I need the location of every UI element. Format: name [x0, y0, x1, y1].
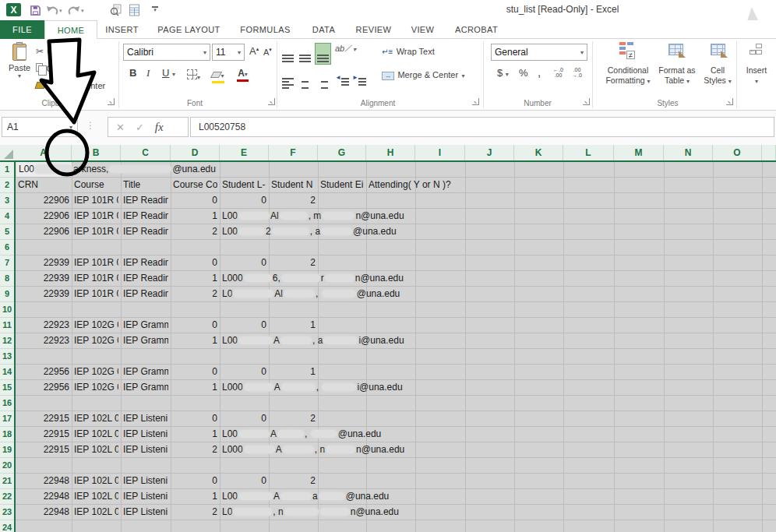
cell[interactable]: 22948: [18, 489, 69, 505]
tab-page-layout[interactable]: PAGE LAYOUT: [146, 20, 231, 39]
merge-center-button[interactable]: ↔ Merge & Center ▾: [382, 67, 465, 81]
column-header-N[interactable]: N: [664, 145, 713, 160]
row-header-8[interactable]: 8: [0, 271, 14, 287]
undo-dropdown[interactable]: ▾: [59, 8, 62, 14]
insert-function-icon[interactable]: fx: [155, 121, 164, 134]
cell[interactable]: IEP Listeni: [123, 411, 168, 427]
redo-dropdown[interactable]: ▾: [81, 8, 84, 14]
row-header-20[interactable]: 20: [0, 458, 14, 474]
cell[interactable]: 0: [173, 255, 217, 271]
align-middle-button[interactable]: [299, 45, 311, 62]
cell[interactable]: 22948: [18, 474, 69, 489]
row-header-15[interactable]: 15: [0, 380, 14, 396]
row-header-2[interactable]: 2: [0, 178, 14, 193]
cell[interactable]: IEP Listeni: [123, 474, 168, 489]
customize-qat-icon[interactable]: ▾: [150, 6, 160, 12]
cell[interactable]: IEP Readin: [123, 271, 168, 287]
row-header-3[interactable]: 3: [0, 193, 14, 209]
cell[interactable]: IEP 102L 0:: [74, 411, 118, 427]
underline-button[interactable]: U: [162, 67, 169, 79]
cell[interactable]: 1: [271, 365, 316, 380]
cancel-icon[interactable]: ✕: [116, 122, 125, 133]
increase-decimal-button[interactable]: ←.0 .00: [553, 67, 563, 78]
cell[interactable]: IEP Readin: [123, 255, 168, 271]
cell[interactable]: 2: [271, 474, 316, 489]
cell-styles-label[interactable]: CellStyles ▾: [700, 65, 735, 86]
column-header-H[interactable]: H: [366, 145, 415, 160]
cell[interactable]: CRN: [18, 178, 69, 193]
save-icon[interactable]: [28, 3, 42, 17]
number-dialog-launcher[interactable]: [583, 98, 590, 105]
format-as-table-button[interactable]: [668, 44, 683, 58]
cell[interactable]: Student N: [271, 178, 316, 193]
cell[interactable]: IEP 102L 0:: [74, 427, 118, 442]
cell[interactable]: IEP Listeni: [123, 505, 168, 520]
cell[interactable]: IEP Gramm: [123, 333, 168, 349]
row-header-24[interactable]: 24: [0, 520, 14, 532]
align-center-button[interactable]: [299, 69, 311, 89]
cell[interactable]: 0: [173, 318, 217, 333]
italic-button[interactable]: I: [146, 67, 150, 79]
column-header-E[interactable]: E: [220, 145, 269, 160]
column-header-F[interactable]: F: [269, 145, 318, 160]
cell[interactable]: 0: [173, 411, 217, 427]
cell[interactable]: 1: [173, 209, 217, 224]
align-left-button[interactable]: [282, 69, 294, 89]
tab-formulas[interactable]: FORMULAS: [231, 20, 299, 39]
tab-acrobat[interactable]: ACROBAT: [446, 20, 506, 39]
cell[interactable]: 22939: [18, 271, 69, 287]
column-header-J[interactable]: J: [465, 145, 514, 160]
decrease-indent-button[interactable]: ◄: [335, 69, 349, 86]
name-box-dropdown-icon[interactable]: ▾: [69, 124, 72, 131]
cell[interactable]: IEP Readin: [123, 209, 168, 224]
column-header-C[interactable]: C: [121, 145, 171, 160]
undo-icon[interactable]: [44, 3, 58, 17]
cell[interactable]: 2: [271, 411, 316, 427]
cell[interactable]: 0: [173, 193, 217, 209]
redo-icon[interactable]: [67, 3, 81, 17]
tab-insert[interactable]: INSERT: [97, 20, 146, 39]
column-header-partial[interactable]: [762, 145, 776, 160]
cell[interactable]: 22939: [18, 287, 69, 302]
currency-button[interactable]: $ ▾: [497, 67, 509, 79]
decrease-decimal-button[interactable]: .00 →.0: [572, 67, 582, 78]
cell[interactable]: 22915: [18, 427, 69, 442]
column-header-G[interactable]: G: [318, 145, 366, 160]
cell[interactable]: IEP 101R 0: [74, 255, 118, 271]
font-dialog-launcher[interactable]: [268, 98, 275, 105]
grow-font-button[interactable]: A▴: [249, 45, 259, 57]
cell[interactable]: 22948: [18, 505, 69, 520]
enter-icon[interactable]: ✓: [136, 122, 144, 133]
row-header-23[interactable]: 23: [0, 505, 14, 520]
table-doc-icon[interactable]: [127, 3, 141, 17]
row-header-7[interactable]: 7: [0, 255, 14, 271]
column-header-M[interactable]: M: [614, 145, 664, 160]
cell[interactable]: 22906: [18, 209, 69, 224]
conditional-formatting-button[interactable]: ≠: [619, 42, 635, 61]
row-header-5[interactable]: 5: [0, 224, 14, 240]
cell[interactable]: IEP 101R 0: [74, 193, 118, 209]
cell[interactable]: 1: [271, 318, 316, 333]
tab-review[interactable]: REVIEW: [348, 20, 399, 39]
cell[interactable]: Student L-: [222, 178, 266, 193]
cell[interactable]: 22923: [18, 333, 69, 349]
cell[interactable]: 22956: [18, 365, 69, 380]
formula-bar-grip[interactable]: ⋮: [86, 120, 94, 131]
row-header-16[interactable]: 16: [0, 396, 14, 411]
row-header-11[interactable]: 11: [0, 318, 14, 333]
font-color-button[interactable]: A▾: [237, 65, 249, 82]
cell[interactable]: IEP Gramm: [123, 380, 168, 396]
number-format-combo[interactable]: General▾: [491, 44, 587, 61]
cell[interactable]: IEP Gramm: [123, 365, 168, 380]
row-header-1[interactable]: 1: [0, 162, 14, 178]
align-top-button[interactable]: [282, 45, 294, 62]
row-header-22[interactable]: 22: [0, 489, 14, 505]
cell[interactable]: 1: [173, 489, 217, 505]
row-header-14[interactable]: 14: [0, 365, 14, 380]
cell[interactable]: 2: [173, 442, 217, 458]
percent-button[interactable]: %: [519, 67, 528, 79]
cell[interactable]: IEP Readin: [123, 193, 168, 209]
cell[interactable]: IEP Listeni: [123, 427, 168, 442]
comma-button[interactable]: ,: [538, 65, 541, 79]
orientation-button[interactable]: ab⟋ ▾: [335, 44, 356, 54]
